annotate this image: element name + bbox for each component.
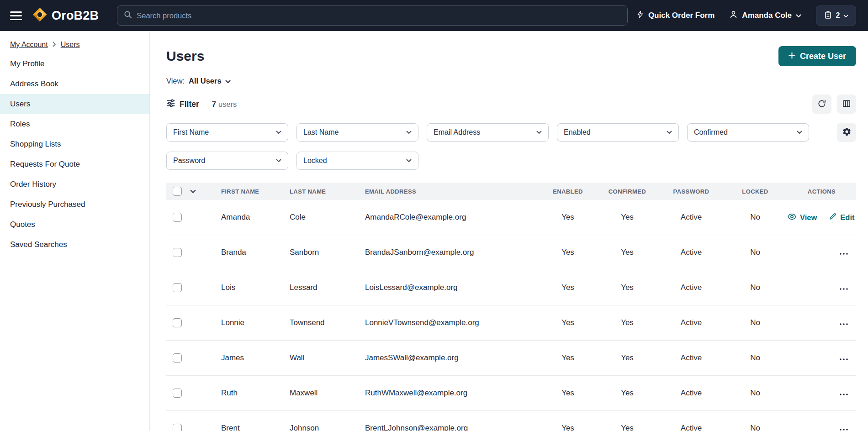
row-actions-menu-button[interactable] [837,352,854,364]
ellipsis-icon [840,320,848,326]
refresh-icon [817,99,826,110]
filter-select-confirmed[interactable]: Confirmed [687,123,809,142]
logo[interactable]: OroB2B [32,7,99,24]
cell-locked: No [723,213,787,222]
filter-select-password[interactable]: Password [166,152,288,170]
chevron-down-icon [843,11,848,20]
table-row: Lois Lessard LoisLessard@example.org Yes… [166,270,856,305]
grid-settings-button[interactable] [837,95,856,114]
quick-order-form-link[interactable]: Quick Order Form [636,10,715,21]
table-row: James Wall JamesSWall@example.org Yes Ye… [166,341,856,376]
cell-email: BrandaJSanborn@example.org [358,248,540,257]
cell-last-name: Townsend [282,318,358,327]
cell-last-name: Wall [282,353,358,363]
cell-email: RuthWMaxwell@example.org [358,389,540,398]
sidebar-item-address-book[interactable]: Address Book [0,74,149,94]
row-checkbox[interactable] [173,424,182,431]
column-header-confirmed: CONFIRMED [595,188,659,195]
edit-button[interactable]: Edit [829,212,854,222]
user-count: 7users [212,100,237,109]
chevron-down-icon [276,131,281,134]
sidebar-item-users[interactable]: Users [0,94,149,114]
sidebar-item-previously-purchased[interactable]: Previously Purchased [0,194,149,215]
row-checkbox[interactable] [173,213,182,222]
plus-icon [789,52,795,61]
sidebar-item-roles[interactable]: Roles [0,114,149,134]
row-checkbox[interactable] [173,283,182,292]
create-user-button[interactable]: Create User [778,46,856,66]
chevron-down-icon [225,77,231,85]
cell-locked: No [723,318,787,327]
refresh-button[interactable] [812,95,831,114]
user-menu[interactable]: Amanda Cole [729,10,801,21]
cell-enabled: Yes [540,213,595,222]
sidebar-item-order-history[interactable]: Order History [0,174,149,194]
sidebar-nav: My Profile Address Book Users Roles Shop… [0,54,149,255]
filter-select-first-name[interactable]: First Name [166,123,288,142]
filter-select-last-name[interactable]: Last Name [296,123,418,142]
sidebar-item-my-profile[interactable]: My Profile [0,54,149,74]
row-checkbox[interactable] [173,389,182,398]
row-actions-menu-button[interactable] [837,247,854,259]
chevron-down-icon [406,159,412,163]
table-row: Branda Sanborn BrandaJSanborn@example.or… [166,235,856,270]
select-all-checkbox[interactable] [173,187,182,196]
users-table: FIRST NAME LAST NAME EMAIL ADDRESS ENABL… [166,183,856,431]
filters-panel: First Name Last Name Email Address Enabl… [166,123,856,170]
chevron-down-icon [797,131,802,134]
cell-enabled: Yes [540,283,595,292]
filter-select-enabled[interactable]: Enabled [557,123,679,142]
breadcrumb-users[interactable]: Users [61,41,80,49]
sidebar-item-saved-searches[interactable]: Saved Searches [0,235,149,255]
sidebar-item-requests-for-quote[interactable]: Requests For Quote [0,154,149,174]
chevron-down-icon [667,131,672,134]
cell-last-name: Johnson [282,424,358,431]
shopping-list-icon [824,11,832,21]
cell-email: LoisLessard@example.org [358,283,540,292]
row-actions-menu-button[interactable] [837,317,854,329]
ellipsis-icon [840,425,848,431]
chevron-right-icon [53,41,56,49]
filter-select-email-address[interactable]: Email Address [427,123,549,142]
cell-confirmed: Yes [595,213,659,222]
table-header-row: FIRST NAME LAST NAME EMAIL ADDRESS ENABL… [166,183,856,200]
cell-password: Active [659,213,723,222]
table-row: Lonnie Townsend LonnieVTownsend@example.… [166,305,856,341]
cell-last-name: Lessard [282,283,358,292]
search-input[interactable] [137,11,621,20]
cell-confirmed: Yes [595,353,659,363]
view-selector[interactable]: All Users [189,77,231,85]
cell-first-name: Branda [214,248,282,257]
cell-enabled: Yes [540,424,595,431]
breadcrumb-my-account[interactable]: My Account [10,41,48,49]
cell-enabled: Yes [540,318,595,327]
table-row: Amanda Cole AmandaRCole@example.org Yes … [166,200,856,235]
filter-select-locked[interactable]: Locked [296,152,418,170]
row-actions-menu-button[interactable] [837,422,854,431]
filter-toggle-button[interactable]: Filter [166,99,199,110]
row-checkbox[interactable] [173,353,182,363]
product-search-box [117,5,628,26]
shopping-list-widget[interactable]: 2 [816,5,856,26]
cell-locked: No [723,389,787,398]
row-checkbox[interactable] [173,318,182,327]
sidebar-item-quotes[interactable]: Quotes [0,215,149,235]
filter-settings-button[interactable] [837,123,856,142]
select-all-dropdown-icon[interactable] [188,189,214,194]
row-actions-menu-button[interactable] [837,387,854,399]
view-label: View: [166,77,185,85]
chevron-down-icon [406,131,412,134]
ellipsis-icon [840,390,848,397]
hamburger-menu-icon[interactable] [10,11,22,20]
sidebar-item-shopping-lists[interactable]: Shopping Lists [0,134,149,154]
view-button[interactable]: View [787,212,817,223]
table-row: Brent Johnson BrentLJohnson@example.org … [166,411,856,431]
cell-first-name: James [214,353,282,363]
row-actions-menu-button[interactable] [837,282,854,294]
search-icon [124,11,132,21]
ellipsis-icon [840,249,848,256]
chevron-down-icon [796,11,801,20]
row-checkbox[interactable] [173,248,182,257]
cell-confirmed: Yes [595,248,659,257]
cart-count: 2 [836,11,840,20]
